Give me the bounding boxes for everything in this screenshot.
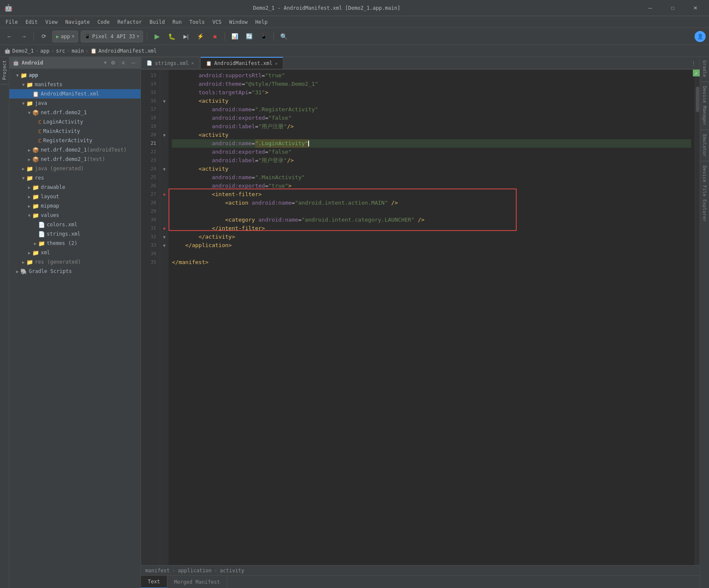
manifest-xml-icon: 📋 bbox=[32, 91, 39, 97]
tree-item-values[interactable]: ▼ 📁 values bbox=[9, 211, 141, 220]
tree-item-res[interactable]: ▼ 📁 res bbox=[9, 173, 141, 183]
sync-gradle-button[interactable]: 🔄 bbox=[243, 31, 255, 42]
menu-tools[interactable]: Tools bbox=[186, 18, 208, 26]
tab-strings-xml[interactable]: 📄 strings.xml ✕ bbox=[141, 57, 200, 69]
tree-label-test: net.drf.demo2_1 bbox=[41, 156, 87, 162]
tree-item-package[interactable]: ▼ 📦 net.drf.demo2_1 bbox=[9, 108, 141, 117]
tree-item-strings[interactable]: 📄 strings.xml bbox=[9, 229, 141, 239]
tree-item-mipmap[interactable]: ▶ 📁 mipmap bbox=[9, 201, 141, 211]
line-num-32: 32 bbox=[141, 233, 160, 241]
tree-item-mainactivity[interactable]: C MainActivity bbox=[9, 127, 141, 136]
tree-item-registeractivity[interactable]: C RegisterActivity bbox=[9, 136, 141, 145]
gutter-23 bbox=[160, 156, 169, 165]
line-num-13: 13 bbox=[141, 71, 160, 80]
menu-navigate[interactable]: Navigate bbox=[62, 18, 93, 26]
menu-view[interactable]: View bbox=[42, 18, 61, 26]
breadcrumb-src[interactable]: src bbox=[56, 48, 65, 54]
maximize-button[interactable]: □ bbox=[663, 2, 682, 14]
panel-settings-button[interactable]: ⚙ bbox=[109, 59, 117, 67]
tree-item-res-generated[interactable]: ▶ 📁 res (generated) bbox=[9, 257, 141, 267]
tree-item-java-generated[interactable]: ▶ 📁 java (generated) bbox=[9, 164, 141, 173]
tree-item-test[interactable]: ▶ 📦 net.drf.demo2_1 (test) bbox=[9, 155, 141, 164]
run-with-coverage-button[interactable]: ▶| bbox=[180, 31, 192, 42]
code-line-33: </application> bbox=[172, 241, 691, 250]
forward-button[interactable]: → bbox=[18, 31, 30, 42]
project-sidebar-label[interactable]: Project bbox=[0, 57, 9, 83]
panel-gear-button[interactable]: ≡ bbox=[119, 59, 127, 67]
debug-button[interactable]: 🐛 bbox=[166, 31, 177, 42]
panel-collapse-button[interactable]: ─ bbox=[129, 59, 137, 67]
line-num-25: 25 bbox=[141, 173, 160, 182]
account-button[interactable]: 👤 bbox=[695, 31, 706, 42]
tree-item-app[interactable]: ▼ 📁 app bbox=[9, 70, 141, 80]
tree-item-drawable[interactable]: ▶ 📁 drawable bbox=[9, 183, 141, 192]
code-line-30: <category android:name="android.intent.c… bbox=[172, 216, 691, 224]
apply-changes-button[interactable]: ⚡ bbox=[194, 31, 206, 42]
device-selector[interactable]: 📱 Pixel 4 API 33 ▼ bbox=[81, 31, 143, 42]
code-content[interactable]: android:supportsRtl="true" android:theme… bbox=[169, 70, 695, 565]
line-num-27: 27 bbox=[141, 190, 160, 199]
breadcrumb-project[interactable]: Demo2_1 bbox=[12, 48, 34, 54]
editor-tabs-more[interactable]: ⋮ bbox=[687, 57, 700, 69]
menu-file[interactable]: File bbox=[2, 18, 21, 26]
tree-item-layout[interactable]: ▶ 📁 layout bbox=[9, 192, 141, 201]
close-button[interactable]: ✕ bbox=[686, 2, 705, 14]
menu-window[interactable]: Window bbox=[226, 18, 251, 26]
tab-text[interactable]: Text bbox=[141, 576, 167, 588]
menu-edit[interactable]: Edit bbox=[22, 18, 41, 26]
breadcrumb-main[interactable]: main bbox=[72, 48, 84, 54]
profile-button[interactable]: 📊 bbox=[229, 31, 241, 42]
tree-item-androidmanifest[interactable]: 📋 AndroidManifest.xml bbox=[9, 89, 141, 98]
search-everywhere-button[interactable]: 🔍 bbox=[278, 31, 290, 42]
menu-vcs[interactable]: VCS bbox=[209, 18, 225, 26]
menu-build[interactable]: Build bbox=[146, 18, 168, 26]
emulator-sidebar-label[interactable]: Emulator bbox=[700, 131, 709, 160]
line-num-16: 16 bbox=[141, 97, 160, 105]
menu-bar: File Edit View Navigate Code Refactor Bu… bbox=[0, 16, 709, 28]
tree-item-themes[interactable]: ▶ 📁 themes (2) bbox=[9, 239, 141, 248]
app-selector[interactable]: ▶ app ▼ bbox=[52, 31, 78, 42]
minimize-button[interactable]: ─ bbox=[641, 2, 660, 14]
stop-button[interactable]: ■ bbox=[209, 31, 221, 42]
breadcrumb-application-item[interactable]: application bbox=[178, 568, 211, 574]
tree-label-java: java bbox=[35, 100, 47, 106]
tree-arrow-drawable: ▶ bbox=[26, 185, 32, 190]
tree-item-colors[interactable]: 📄 colors.xml bbox=[9, 220, 141, 229]
avd-manager-button[interactable]: 📱 bbox=[258, 31, 270, 42]
tab-manifest-label: AndroidManifest.xml bbox=[214, 60, 273, 66]
tree-arrow-java-gen: ▶ bbox=[20, 166, 26, 171]
tree-item-androidtest[interactable]: ▶ 📦 net.drf.demo2_1 (androidTest) bbox=[9, 145, 141, 155]
tab-merged-manifest[interactable]: Merged Manifest bbox=[167, 576, 227, 588]
breadcrumb-manifest-item[interactable]: manifest bbox=[145, 568, 170, 574]
gutter-22 bbox=[160, 148, 169, 156]
tree-item-xml[interactable]: ▶ 📁 xml bbox=[9, 248, 141, 257]
device-manager-sidebar-label[interactable]: Device Manager bbox=[700, 83, 709, 129]
scrollbar-thumb[interactable] bbox=[696, 87, 699, 112]
build-run-button[interactable]: ▶ bbox=[151, 31, 163, 42]
breadcrumb-app[interactable]: app bbox=[40, 48, 50, 54]
code-editor[interactable]: 13 14 15 16 17 18 19 20 21 22 23 24 25 2… bbox=[141, 70, 700, 565]
breadcrumb-manifest[interactable]: AndroidManifest.xml bbox=[98, 48, 157, 54]
tree-arrow-package: ▼ bbox=[26, 110, 32, 115]
tab-androidmanifest-xml[interactable]: 📋 AndroidManifest.xml ✕ bbox=[200, 57, 283, 69]
tree-item-java[interactable]: ▼ 📁 java bbox=[9, 98, 141, 108]
gutter-35 bbox=[160, 258, 169, 267]
menu-code[interactable]: Code bbox=[94, 18, 113, 26]
menu-run[interactable]: Run bbox=[169, 18, 185, 26]
editor-area: 📄 strings.xml ✕ 📋 AndroidManifest.xml ✕ … bbox=[141, 57, 700, 588]
breadcrumb-activity-item[interactable]: activity bbox=[220, 568, 245, 574]
gradle-sidebar-label[interactable]: Gradle bbox=[700, 57, 709, 81]
close-strings-tab[interactable]: ✕ bbox=[191, 61, 194, 65]
tree-label-gradle: Gradle Scripts bbox=[29, 268, 72, 274]
tree-item-gradle-scripts[interactable]: ▶ 🐘 Gradle Scripts bbox=[9, 267, 141, 276]
sync-button[interactable]: ⟳ bbox=[38, 31, 50, 42]
code-line-21: android:name=".LoginActivity" bbox=[172, 139, 691, 148]
menu-help[interactable]: Help bbox=[252, 18, 271, 26]
tree-item-manifests[interactable]: ▼ 📁 manifests bbox=[9, 80, 141, 89]
tree-item-loginactivity[interactable]: C LoginActivity bbox=[9, 117, 141, 127]
menu-refactor[interactable]: Refactor bbox=[114, 18, 145, 26]
close-manifest-tab[interactable]: ✕ bbox=[275, 61, 278, 66]
back-button[interactable]: ← bbox=[3, 31, 15, 42]
class-icon-login: C bbox=[38, 119, 42, 125]
device-file-explorer-label[interactable]: Device File Explorer bbox=[700, 162, 709, 225]
